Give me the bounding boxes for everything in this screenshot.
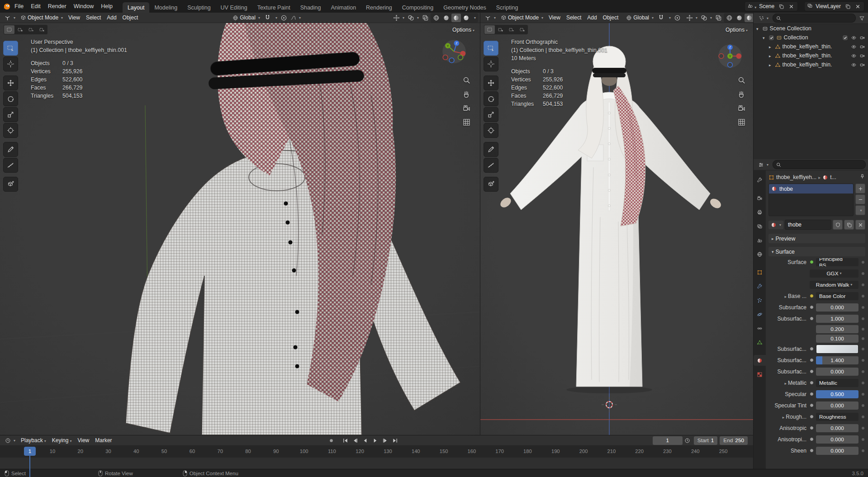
preview-panel-header[interactable]: Preview <box>768 234 865 243</box>
previous-keyframe-button[interactable] <box>351 436 360 445</box>
fake-user-button[interactable] <box>833 220 843 230</box>
decorator-icon[interactable] <box>862 416 864 418</box>
scene-browse-icon[interactable] <box>747 3 756 10</box>
properties-editor-type-button[interactable] <box>756 161 771 169</box>
editor-type-button[interactable] <box>2 14 18 22</box>
new-view-layer-icon[interactable] <box>844 2 852 10</box>
radius-x-field[interactable]: 1.000 <box>816 315 859 323</box>
xray-toggle-button[interactable] <box>421 14 430 22</box>
snap-settings-button[interactable] <box>666 14 672 22</box>
tool-scale[interactable] <box>3 107 18 122</box>
decorator-icon[interactable] <box>862 328 864 331</box>
menu-window[interactable]: Window <box>70 0 97 13</box>
camera-view-icon[interactable] <box>462 104 471 113</box>
expand-icon[interactable] <box>756 25 760 32</box>
tab-particles[interactable] <box>754 295 766 306</box>
specular-field[interactable]: 0.500 <box>816 390 859 398</box>
material-slot-item[interactable]: thobe <box>769 184 853 194</box>
blender-logo-icon[interactable] <box>3 2 11 10</box>
tool-move[interactable] <box>484 76 498 90</box>
slot-specials-button[interactable] <box>855 205 865 215</box>
select-mode-extend-button[interactable] <box>15 25 25 34</box>
navigation-gizmo[interactable]: Z Y <box>717 43 743 69</box>
material-name-field[interactable]: thobe <box>785 220 831 230</box>
tool-annotate[interactable] <box>3 142 18 157</box>
snap-toggle-button[interactable] <box>263 14 272 22</box>
editor-type-button[interactable] <box>482 14 498 22</box>
timeline-keyframe-area[interactable] <box>0 458 753 469</box>
workspace-tab-shading[interactable]: Shading <box>295 2 326 13</box>
menu-object[interactable]: Object <box>120 14 141 21</box>
decorator-icon[interactable] <box>862 317 864 320</box>
collection-checkbox-icon[interactable] <box>842 35 848 41</box>
mode-selector[interactable]: Object Mode <box>498 14 545 22</box>
workspace-tab-modeling[interactable]: Modeling <box>149 2 182 13</box>
tool-rotate[interactable] <box>484 91 498 106</box>
workspace-tab-sculpting[interactable]: Sculpting <box>182 2 215 13</box>
decorator-icon[interactable] <box>862 438 864 441</box>
subsurface-color-swatch[interactable] <box>816 345 859 354</box>
decorator-icon[interactable] <box>862 427 864 430</box>
menu-select[interactable]: Select <box>564 14 584 21</box>
row-label[interactable]: Rough... <box>768 414 806 420</box>
new-material-button[interactable] <box>844 220 854 230</box>
shading-solid-button[interactable] <box>441 14 451 22</box>
decorator-icon[interactable] <box>862 393 864 396</box>
show-overlays-button[interactable] <box>699 14 713 22</box>
shading-wireframe-button[interactable] <box>725 14 734 22</box>
row-label[interactable]: Base ... <box>768 293 806 299</box>
menu-help[interactable]: Help <box>97 0 116 13</box>
surface-shader-field[interactable]: Principled BS... <box>816 258 859 266</box>
remove-view-layer-icon[interactable] <box>854 2 862 10</box>
unlink-material-button[interactable] <box>855 220 865 230</box>
playhead[interactable]: 1 <box>24 447 36 456</box>
options-dropdown[interactable]: Options <box>452 27 474 33</box>
menu-render[interactable]: Render <box>44 0 70 13</box>
radius-y-field[interactable]: 0.200 <box>816 325 859 333</box>
new-scene-icon[interactable] <box>777 2 785 10</box>
browse-material-button[interactable] <box>768 221 783 229</box>
tab-world[interactable] <box>754 249 766 260</box>
pan-hand-icon[interactable] <box>737 90 746 99</box>
tool-rotate[interactable] <box>3 91 18 106</box>
menu-edit[interactable]: Edit <box>27 0 44 13</box>
outliner-row-object[interactable]: thobe_keffiyeh_thin. <box>754 51 868 60</box>
outliner-row-collection[interactable]: Collection <box>754 33 868 42</box>
material-slot-list[interactable]: thobe <box>768 184 854 216</box>
workspace-tab-uv-editing[interactable]: UV Editing <box>216 2 252 13</box>
expand-icon[interactable] <box>769 43 773 50</box>
row-label[interactable]: Metallic <box>768 380 806 386</box>
base-color-link-field[interactable]: Base Color <box>816 292 859 300</box>
tool-annotate[interactable] <box>484 142 498 157</box>
hide-eye-icon[interactable] <box>851 44 857 50</box>
decorator-icon[interactable] <box>862 449 864 452</box>
show-gizmo-button[interactable] <box>685 14 699 22</box>
frame-start-field[interactable]: Start 1 <box>694 436 717 445</box>
transform-orientation-selector[interactable]: Global <box>624 14 656 22</box>
camera-view-icon[interactable] <box>737 104 746 113</box>
tab-object[interactable] <box>754 267 766 278</box>
view-layer-selector[interactable]: ViewLayer <box>804 1 864 11</box>
subsurface-anisotropy-field[interactable]: 0.000 <box>816 368 859 376</box>
expand-icon[interactable] <box>763 34 767 41</box>
tool-select-box[interactable] <box>3 41 18 56</box>
workspace-tab-texture-paint[interactable]: Texture Paint <box>252 2 295 13</box>
tool-select-box[interactable] <box>484 41 498 56</box>
select-mode-extend-button[interactable] <box>495 25 506 34</box>
hide-eye-icon[interactable] <box>851 62 857 68</box>
snap-settings-button[interactable] <box>273 14 279 22</box>
proportional-editing-button[interactable] <box>673 14 682 22</box>
select-mode-new-button[interactable] <box>484 25 495 34</box>
sheen-field[interactable]: 0.000 <box>816 447 859 455</box>
next-keyframe-button[interactable] <box>380 436 390 445</box>
shading-material-button[interactable] <box>745 14 753 22</box>
hide-eye-icon[interactable] <box>851 53 857 59</box>
proportional-editing-button[interactable] <box>279 14 289 22</box>
disable-render-icon[interactable] <box>859 35 865 41</box>
decorator-icon[interactable] <box>862 272 864 275</box>
outliner-row-scene-collection[interactable]: Scene Collection <box>754 24 868 33</box>
decorator-icon[interactable] <box>862 306 864 309</box>
select-mode-invert-button[interactable] <box>517 25 527 34</box>
tool-measure[interactable] <box>484 158 498 173</box>
tool-cursor[interactable] <box>484 57 498 71</box>
